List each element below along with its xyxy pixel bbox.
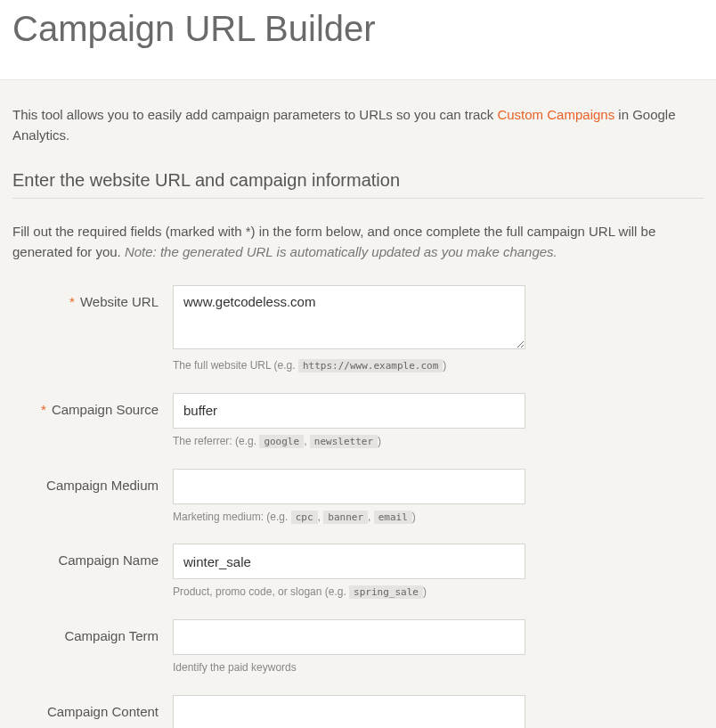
field-row-campaign-name: Campaign Name Product, promo code, or sl…	[12, 544, 704, 600]
input-col: Product, promo code, or slogan (e.g. spr…	[173, 544, 525, 600]
campaign-medium-hint: Marketing medium: (e.g. cpc, banner, ema…	[173, 510, 525, 525]
field-row-campaign-source: * Campaign Source The referrer: (e.g. go…	[12, 393, 704, 449]
main-content: This tool allows you to easily add campa…	[0, 80, 716, 728]
label-col: Campaign Term	[12, 619, 173, 675]
section-desc-note: Note: the generated URL is automatically…	[125, 244, 557, 259]
campaign-medium-label: Campaign Medium	[46, 478, 159, 493]
label-col: Campaign Medium	[12, 469, 173, 525]
campaign-name-hint: Product, promo code, or slogan (e.g. spr…	[173, 585, 525, 600]
campaign-content-input[interactable]	[173, 695, 525, 728]
input-col: The referrer: (e.g. google, newsletter)	[173, 393, 525, 449]
campaign-term-label: Campaign Term	[64, 628, 159, 643]
campaign-term-input[interactable]	[173, 619, 525, 655]
divider	[12, 198, 704, 199]
campaign-medium-input[interactable]	[173, 469, 525, 504]
input-col: Use to differentiate ads	[173, 695, 525, 728]
field-row-campaign-content: Campaign Content Use to differentiate ad…	[12, 695, 704, 728]
campaign-name-input[interactable]	[173, 544, 525, 579]
page-header: Campaign URL Builder	[0, 0, 716, 80]
label-col: * Website URL	[12, 285, 173, 373]
input-col: Identify the paid keywords	[173, 619, 525, 675]
intro-text: This tool allows you to easily add campa…	[12, 105, 704, 145]
custom-campaigns-link[interactable]: Custom Campaigns	[497, 107, 614, 122]
campaign-source-hint: The referrer: (e.g. google, newsletter)	[173, 434, 525, 449]
field-row-website-url: * Website URL www.getcodeless.com The fu…	[12, 285, 704, 373]
section-description: Fill out the required fields (marked wit…	[12, 222, 704, 262]
field-row-campaign-term: Campaign Term Identify the paid keywords	[12, 619, 704, 675]
campaign-content-label: Campaign Content	[47, 704, 159, 719]
label-col: Campaign Content	[12, 695, 173, 728]
section-title: Enter the website URL and campaign infor…	[12, 170, 704, 191]
label-col: * Campaign Source	[12, 393, 173, 449]
page-title: Campaign URL Builder	[12, 9, 704, 49]
website-url-hint: The full website URL (e.g. https://www.e…	[173, 358, 525, 373]
website-url-input[interactable]: www.getcodeless.com	[173, 285, 525, 349]
campaign-source-input[interactable]	[173, 393, 525, 429]
campaign-source-label: Campaign Source	[52, 402, 159, 417]
campaign-term-hint: Identify the paid keywords	[173, 660, 525, 675]
input-col: www.getcodeless.com The full website URL…	[173, 285, 525, 373]
field-row-campaign-medium: Campaign Medium Marketing medium: (e.g. …	[12, 469, 704, 525]
intro-prefix: This tool allows you to easily add campa…	[12, 107, 497, 122]
input-col: Marketing medium: (e.g. cpc, banner, ema…	[173, 469, 525, 525]
label-col: Campaign Name	[12, 544, 173, 600]
required-marker: *	[69, 294, 75, 309]
campaign-name-label: Campaign Name	[58, 552, 159, 568]
required-marker: *	[41, 402, 46, 417]
website-url-label: Website URL	[80, 294, 159, 309]
